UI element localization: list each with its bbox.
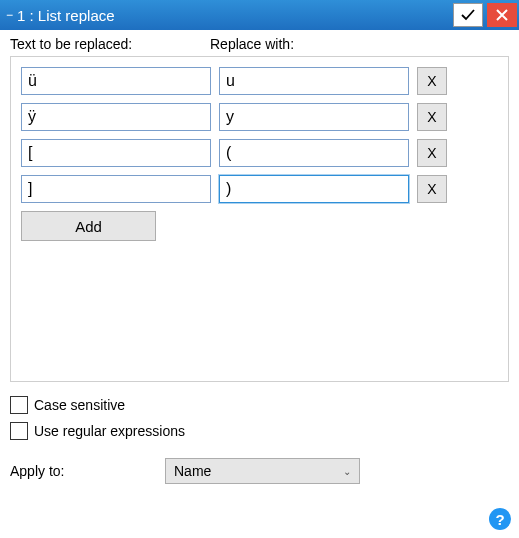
close-button[interactable] xyxy=(487,3,517,27)
apply-to-select[interactable]: Name ⌄ xyxy=(165,458,360,484)
window-title: 1 : List replace xyxy=(17,7,451,24)
replace-input[interactable] xyxy=(219,139,409,167)
case-sensitive-row: Case sensitive xyxy=(10,396,509,414)
replace-row: X xyxy=(21,139,498,167)
close-icon xyxy=(495,8,509,22)
regex-checkbox[interactable] xyxy=(10,422,28,440)
header-find: Text to be replaced: xyxy=(10,36,210,52)
add-button[interactable]: Add xyxy=(21,211,156,241)
delete-row-button[interactable]: X xyxy=(417,175,447,203)
replace-input[interactable] xyxy=(219,103,409,131)
apply-to-row: Apply to: Name ⌄ xyxy=(10,458,509,484)
find-input[interactable] xyxy=(21,139,211,167)
options-area: Case sensitive Use regular expressions A… xyxy=(10,396,509,484)
apply-to-value: Name xyxy=(174,463,211,479)
replace-row: X xyxy=(21,67,498,95)
find-input[interactable] xyxy=(21,103,211,131)
column-headers: Text to be replaced: Replace with: xyxy=(10,36,509,52)
help-icon: ? xyxy=(495,511,504,528)
apply-button[interactable] xyxy=(453,3,483,27)
chevron-down-icon: ⌄ xyxy=(343,466,351,477)
find-input[interactable] xyxy=(21,67,211,95)
help-button[interactable]: ? xyxy=(489,508,511,530)
titlebar: − 1 : List replace xyxy=(0,0,519,30)
find-input[interactable] xyxy=(21,175,211,203)
minimize-dash[interactable]: − xyxy=(6,8,13,22)
content-area: Text to be replaced: Replace with: X X X… xyxy=(0,30,519,494)
case-sensitive-label: Case sensitive xyxy=(34,397,125,413)
header-replace: Replace with: xyxy=(210,36,294,52)
case-sensitive-checkbox[interactable] xyxy=(10,396,28,414)
delete-row-button[interactable]: X xyxy=(417,67,447,95)
regex-row: Use regular expressions xyxy=(10,422,509,440)
delete-row-button[interactable]: X xyxy=(417,103,447,131)
check-icon xyxy=(460,7,476,23)
apply-to-label: Apply to: xyxy=(10,463,165,479)
replace-input[interactable] xyxy=(219,67,409,95)
regex-label: Use regular expressions xyxy=(34,423,185,439)
replace-row: X xyxy=(21,175,498,203)
replace-row: X xyxy=(21,103,498,131)
replace-input[interactable] xyxy=(219,175,409,203)
delete-row-button[interactable]: X xyxy=(417,139,447,167)
replace-list-box: X X X X Add xyxy=(10,56,509,382)
